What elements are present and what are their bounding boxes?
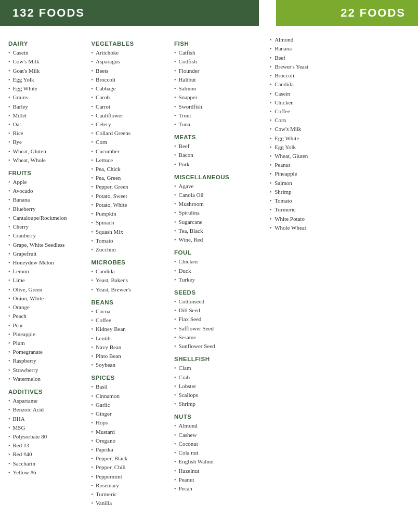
list-item: Wheat, Gluten: [270, 152, 410, 161]
list-item: Candida: [270, 80, 410, 89]
list-item: Sesame: [174, 333, 253, 342]
list-item: Corn: [270, 116, 410, 125]
list-item: Cow's Milk: [270, 125, 410, 134]
list-item: Casein: [8, 48, 87, 57]
microbes-header: MICROBES: [92, 259, 171, 265]
list-item: Cranberry: [8, 231, 87, 240]
list-item: Oat: [8, 120, 87, 129]
list-item: Coffee: [270, 107, 410, 116]
right-foods-list: AlmondBananaBeefBrewer's YeastBroccoliCa…: [270, 35, 410, 232]
list-item: Lemon: [8, 267, 87, 276]
list-item: Pepper, Black: [92, 454, 171, 463]
vegetables-list: ArtichokeAsparagusBeetsBroccoliCabbageCa…: [92, 48, 171, 254]
list-item: Zucchini: [92, 245, 171, 254]
shellfish-list: ClamCrabLobsterScallopsShrimp: [174, 364, 253, 408]
spices-list: BasilCinnamonGarlicGingerHopsMustardOreg…: [92, 382, 171, 508]
list-item: Crab: [174, 373, 253, 381]
list-item: Chicken: [270, 98, 410, 107]
list-item: BHA: [8, 414, 87, 423]
list-item: Cottonseed: [174, 297, 253, 306]
list-item: Aspartame: [8, 396, 87, 405]
list-item: Lobster: [174, 382, 253, 391]
list-item: White Potato: [270, 214, 410, 223]
list-item: Pork: [174, 159, 253, 168]
list-item: Almond: [174, 421, 253, 430]
list-item: Peach: [8, 312, 87, 321]
list-item: Casein: [270, 89, 410, 98]
list-item: Beef: [270, 53, 410, 62]
list-item: Corn: [92, 138, 171, 147]
list-item: Lentils: [92, 334, 171, 342]
list-item: Garlic: [92, 401, 171, 409]
list-item: Collard Greens: [92, 129, 171, 138]
list-item: Pinto Bean: [92, 352, 171, 361]
list-item: Duck: [174, 266, 253, 275]
list-item: Snapper: [174, 93, 253, 102]
list-item: Hazelnut: [174, 466, 253, 475]
header-right: 22 FOODS: [276, 0, 418, 26]
list-item: Tomato: [92, 236, 171, 245]
header-left: 132 FOODS: [0, 0, 259, 26]
list-item: Peppermint: [92, 472, 171, 481]
list-item: Polysorbate 80: [8, 432, 87, 441]
list-item: Tea, Black: [174, 227, 253, 235]
list-item: Barley: [8, 102, 87, 111]
list-item: Pear: [8, 321, 87, 329]
list-item: Kidney Bean: [92, 325, 171, 334]
list-item: Agave: [174, 182, 253, 191]
list-item: Potato, White: [92, 201, 171, 209]
list-item: Mushroom: [174, 200, 253, 208]
column-3: FISH CatfishCodfishFlounderHalibutSalmon…: [174, 35, 257, 508]
list-item: Flounder: [174, 66, 253, 75]
list-item: Hops: [92, 418, 171, 427]
list-item: MSG: [8, 423, 87, 432]
list-item: Canola Oil: [174, 191, 253, 200]
list-item: Egg White: [8, 84, 87, 93]
seeds-list: CottonseedDill SeedFlax SeedSafflower Se…: [174, 297, 253, 351]
list-item: Wheat, Whole: [8, 156, 87, 165]
list-item: Squash Mix: [92, 227, 171, 236]
meats-list: BeefBaconPork: [174, 142, 253, 169]
dairy-list: CaseinCow's MilkGoat's MilkEgg YolkEgg W…: [8, 48, 87, 165]
list-item: Egg Yolk: [8, 75, 87, 84]
list-item: Peanut: [270, 161, 410, 169]
list-item: English Walnut: [174, 457, 253, 466]
list-item: Pumpkin: [92, 209, 171, 218]
list-item: Peanut: [174, 475, 253, 484]
list-item: Safflower Seed: [174, 324, 253, 332]
list-item: Salmon: [174, 84, 253, 93]
list-item: Onion, White: [8, 294, 87, 303]
list-item: Halibut: [174, 75, 253, 84]
list-item: Basil: [92, 382, 171, 391]
list-item: Raspberry: [8, 356, 87, 365]
list-item: Oregano: [92, 436, 171, 445]
list-item: Brewer's Yeast: [270, 62, 410, 71]
list-item: Wine, Red: [174, 235, 253, 244]
column-1: DAIRY CaseinCow's MilkGoat's MilkEgg Yol…: [8, 35, 92, 508]
list-item: Pepper, Green: [92, 182, 171, 191]
list-item: Chicken: [174, 257, 253, 266]
beans-header: BEANS: [92, 299, 171, 305]
list-item: Tuna: [174, 120, 253, 129]
list-item: Celery: [92, 120, 171, 129]
list-item: Pomegranate: [8, 348, 87, 356]
list-item: Goat's Milk: [8, 66, 87, 75]
list-item: Wheat, Gluten: [8, 147, 87, 155]
list-item: Codfish: [174, 57, 253, 66]
spices-header: SPICES: [92, 375, 171, 381]
list-item: Egg Yolk: [270, 143, 410, 152]
list-item: Grapefruit: [8, 249, 87, 258]
list-item: Mustard: [92, 427, 171, 436]
list-item: Turmeric: [270, 205, 410, 214]
list-item: Cashew: [174, 430, 253, 439]
nuts-list: AlmondCashewCoconutCola nutEnglish Walnu…: [174, 421, 253, 493]
list-item: Grape, White Seedless: [8, 240, 87, 249]
seeds-header: SEEDS: [174, 289, 253, 296]
list-item: Olive, Green: [8, 285, 87, 294]
list-item: Saccharin: [8, 459, 87, 468]
list-item: Banana: [8, 195, 87, 204]
list-item: Artichoke: [92, 48, 171, 57]
list-item: Shrimp: [270, 188, 410, 196]
list-item: Cabbage: [92, 84, 171, 93]
list-item: Millet: [8, 111, 87, 120]
